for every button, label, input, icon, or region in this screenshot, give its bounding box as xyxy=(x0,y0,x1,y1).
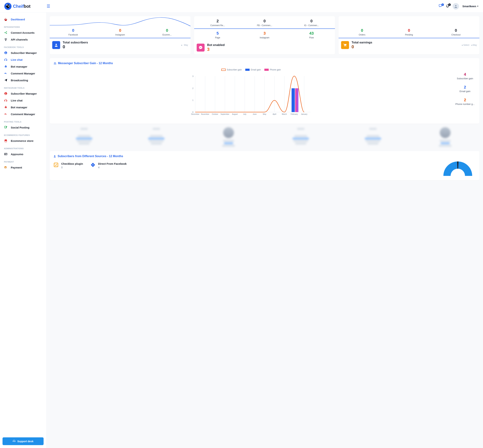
sidebar-item-api-channels[interactable]: API channels xyxy=(0,36,46,43)
flame-icon xyxy=(4,18,8,21)
metric: 0Ecomm... xyxy=(144,27,191,38)
chevron-down-icon: ▼ xyxy=(477,5,479,7)
sidebar-item-dashboard[interactable]: Dashboard xyxy=(0,16,46,23)
subscriber-cards-blurred xyxy=(50,127,479,147)
metric: 0Pending xyxy=(386,27,433,38)
direction-icon xyxy=(90,162,96,168)
svg-point-18 xyxy=(5,107,6,108)
metric: 0Orders xyxy=(339,27,386,38)
sidebar-item-label: Appsumo xyxy=(11,153,23,156)
svg-point-4 xyxy=(6,33,7,34)
messages-badge: 0 xyxy=(441,3,444,6)
sidebar-item-broadcasting[interactable]: Broadcasting xyxy=(0,77,46,84)
bot-enabled-value: 3 xyxy=(207,47,225,52)
sources-panel: Subscribers from Different Sources - 12 … xyxy=(50,151,479,180)
svg-point-26 xyxy=(55,44,57,45)
messages-icon[interactable]: 0 xyxy=(438,4,443,9)
svg-text:1: 1 xyxy=(192,99,193,101)
user-icon xyxy=(52,41,60,49)
svg-point-5 xyxy=(6,40,6,41)
sidebar-item-comment-manager[interactable]: Comment Manager xyxy=(0,70,46,77)
total-earnings-label: Total earnings xyxy=(351,41,372,44)
bot-enabled-card: 2Comment Re...0FB - Commen...0IG - Comme… xyxy=(194,16,335,54)
sidebar-item-label: Comment Manager xyxy=(11,113,35,116)
wifi-icon xyxy=(4,38,8,41)
sidebar-item-label: Dashboard xyxy=(11,18,25,21)
svg-point-14 xyxy=(5,93,6,94)
metric: 5Page xyxy=(194,30,241,41)
header: Cheifbot ☰ 0 0 Smartkeen▼ xyxy=(0,0,483,13)
sidebar-item-label: Comment Manager xyxy=(11,72,35,75)
svg-text:September: September xyxy=(221,113,230,115)
subscriber-gain-panel: Messenger Subscriber Gain - 12 Months Su… xyxy=(50,58,479,124)
sidebar-item-bot-manager[interactable]: Bot manager xyxy=(0,104,46,111)
logo[interactable]: Cheifbot xyxy=(4,3,31,10)
menu-toggle-icon[interactable]: ☰ xyxy=(47,4,50,9)
svg-rect-16 xyxy=(7,100,7,101)
sidebar-item-comment-manager[interactable]: Comment Manager xyxy=(0,111,46,118)
svg-point-28 xyxy=(346,46,346,47)
svg-text:May: May xyxy=(263,113,266,115)
legend-item: Phone gain xyxy=(264,68,281,71)
sidebar-item-subscriber-manager[interactable]: Subscriber Manager xyxy=(0,49,46,56)
svg-text:October: October xyxy=(212,113,218,115)
currency-selector[interactable]: ◂ Select xyxy=(462,44,469,46)
svg-rect-24 xyxy=(13,441,14,442)
user-menu[interactable]: Smartkeen▼ xyxy=(462,5,479,8)
sidebar-item-social-posting[interactable]: Social Posting xyxy=(0,124,46,131)
sidebar-item-label: Ecommerce store xyxy=(11,139,33,142)
month-selector[interactable]: ◂May xyxy=(181,44,188,46)
sidebar-item-live-chat[interactable]: Live chat xyxy=(0,56,46,63)
total-earnings-value: 0 xyxy=(351,44,372,49)
sidebar-item-label: Social Posting xyxy=(11,126,29,129)
svg-point-22 xyxy=(5,154,6,154)
messenger-icon xyxy=(197,44,205,52)
metric: 0IG - Commen... xyxy=(288,18,335,28)
reply-all-icon xyxy=(4,112,8,116)
svg-text:December: December xyxy=(191,113,200,115)
metric: 43Flow xyxy=(288,30,335,41)
svg-point-27 xyxy=(344,46,345,47)
side-stat: 4Subscriber gain xyxy=(457,72,473,80)
reply-all-icon xyxy=(4,72,8,75)
sidebar-item-bot-manager[interactable]: Bot manager xyxy=(0,63,46,70)
support-desk-button[interactable]: Support desk xyxy=(2,437,44,445)
svg-point-7 xyxy=(5,52,6,53)
svg-text:November: November xyxy=(201,113,210,115)
month-selector[interactable]: ◂ May xyxy=(471,44,477,46)
sidebar-item-connect-accounts[interactable]: Connect Accounts xyxy=(0,29,46,36)
nav-group: POSTING TOOLS xyxy=(0,118,46,124)
svg-point-19 xyxy=(6,107,6,108)
legend-item: Email gain xyxy=(245,68,261,71)
sidebar-item-label: Broadcasting xyxy=(11,79,28,82)
metric: 0Instagram xyxy=(97,27,144,38)
sidebar-item-live-chat[interactable]: Live chat xyxy=(0,97,46,104)
sidebar-item-label: Live chat xyxy=(11,99,23,102)
nav-group: PAYMENT xyxy=(0,158,46,164)
svg-text:February: February xyxy=(291,113,298,115)
coins-icon xyxy=(4,166,8,169)
nav-group: ADMINISTRATIONS xyxy=(0,144,46,151)
notifications-icon[interactable]: 0 xyxy=(446,4,449,9)
avatar[interactable] xyxy=(452,3,459,9)
svg-text:March: March xyxy=(282,113,287,115)
svg-text:June: June xyxy=(253,113,257,115)
sidebar-item-payment[interactable]: Payment xyxy=(0,164,46,171)
sidebar-item-label: API channels xyxy=(11,38,28,41)
store-icon xyxy=(4,139,8,142)
sidebar-item-ecommerce-store[interactable]: Ecommerce store xyxy=(0,137,46,144)
subscriber-gain-chart: 3 2 1 0 DecemberNovemberOctoberSeptember… xyxy=(53,72,449,119)
source-item: Checkbox plugin0 xyxy=(53,162,83,169)
robot-icon xyxy=(4,106,8,109)
id-card-icon xyxy=(4,152,8,156)
svg-rect-49 xyxy=(295,88,298,112)
sparkline-chart xyxy=(50,16,191,27)
total-subscribers-label: Total subscribers xyxy=(63,41,88,44)
metric: 0FB - Commen... xyxy=(241,18,288,28)
sidebar-item-subscriber-manager[interactable]: Subscriber Manager xyxy=(0,90,46,97)
sidebar: DashboardINTEGRATIONSConnect AccountsAPI… xyxy=(0,13,46,448)
svg-text:August: August xyxy=(232,113,238,115)
svg-point-1 xyxy=(455,5,457,6)
user-circle-icon xyxy=(4,92,8,95)
sidebar-item-appsumo[interactable]: Appsumo xyxy=(0,151,46,158)
